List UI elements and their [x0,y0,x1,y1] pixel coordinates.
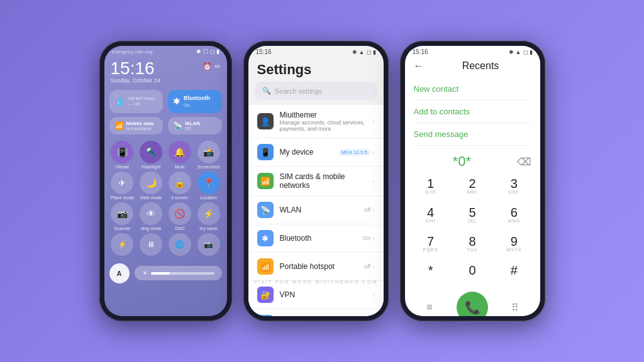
phone1-card-mobile[interactable]: 📶 Mobile data Not available [109,117,164,134]
bluetooth-icon: ✱ [257,230,274,246]
phone1-airplane[interactable]: ✈ Plane mode [109,172,136,200]
phone2-time: 15:16 [256,48,272,55]
vpn-icon: 🔐 [257,287,274,303]
phone1-scanner-label: Scanner [114,226,130,231]
phone1-reading-circle: 👁 [140,202,162,225]
phone2-search-placeholder: Search settings [275,87,323,95]
hotspot-icon: 📶 [257,258,274,275]
phone1-mute[interactable]: 🔔 Mute [167,141,193,169]
delete-button[interactable]: ⌫ [517,156,531,168]
dialpad-key-4[interactable]: 4 GHI [410,201,452,230]
phone1-dnd[interactable]: 🚫 DND [167,202,193,231]
dialpad-key-0[interactable]: 0 [452,259,493,288]
phone2-search-box[interactable]: 🔍 Search settings [255,82,377,100]
voicemail-button[interactable]: ≡ [417,295,442,316]
new-contact-option[interactable]: New contact [414,78,531,101]
phone1-card-data[interactable]: 💧 ord isn't inuse — MB [109,90,164,113]
dialpad-key-3[interactable]: 3 DEF [493,172,535,201]
hotspot-right: off › [364,263,374,270]
phone1-bottom-bar: A ☀ [104,260,227,287]
settings-item-vpn[interactable]: 🔐 VPN › [248,281,384,309]
phone1-extra2-circle: 🖥 [140,233,162,256]
phone2-screen: 15:16 ✱ ▲ ◻ ▮ Settings 🔍 Search settings… [248,46,384,316]
phone1-flashlight-circle: 🔦 [140,141,162,163]
phone1-wlan-icon: 📡 [173,121,182,130]
phone1-flashlight[interactable]: 🔦 Flashlight [138,141,164,169]
phone1-extra3[interactable]: 🌐 [167,233,193,257]
phone1-emergency: emergency calls only [112,50,153,54]
phone3-contact-options: New contact Add to contacts Send message [405,75,540,148]
phone1-scanner[interactable]: 📷 Scanner [109,202,136,231]
digit-2: 2 [469,177,475,190]
phone1-location[interactable]: 📍 Location [196,172,222,200]
hotspot-content: Portable hotspot [280,262,358,271]
phone3-dialpad-grid: 1 GJO 2 ABC 3 DEF 4 GHI 5 JKL [405,172,540,288]
phones-container: emergency calls only ✱ ☐ ◻ ▮ 15:16 Sunda… [99,41,545,321]
phone1-location-circle: 📍 [197,172,220,194]
send-message-option[interactable]: Send message [414,123,531,146]
bluetooth-title: Bluetooth [280,234,357,243]
phone3-header: ← Recents [405,57,540,75]
dialpad-key-7[interactable]: 7 PQRS [410,230,452,259]
dialpad-key-9[interactable]: 9 WXYZ [493,230,535,259]
settings-item-hotspot[interactable]: 📶 Portable hotspot off › [248,253,384,281]
dialpad-key-2[interactable]: 2 ABC [452,172,493,201]
phone1-brightness-slider[interactable]: ☀ [135,266,222,280]
phone1-home-button[interactable]: A [109,263,130,283]
miuithemer-chevron: › [372,118,374,125]
phone3-status-icons: ✱ ▲ ◻ ▮ [509,49,533,55]
sim-chevron: › [372,178,374,185]
phone3-dialpad-bottom: ≡ 📞 ⠿ [405,288,540,316]
phone1-extra3-circle: 🌐 [169,233,191,256]
bluetooth-status: On [363,235,370,241]
bluetooth-chevron: › [372,235,374,242]
dialpad-key-hash[interactable]: # [493,259,535,288]
phone1-date: Sunday, October 24 [111,77,160,84]
miuithemer-sub: Manage accounts, cloud services, payment… [280,119,367,132]
phone2-bt-icon: ✱ [352,49,357,55]
mydevice-chevron: › [372,149,374,156]
call-button[interactable]: 📞 [457,292,488,316]
bluetooth-content: Bluetooth [280,234,357,243]
dialpad-toggle-button[interactable]: ⠿ [502,295,528,316]
digit-5: 5 [469,206,475,219]
settings-item-miuithemer[interactable]: 👤 Miuithemer Manage accounts, cloud serv… [248,105,384,138]
dialpad-key-star[interactable]: * [410,259,452,288]
phone1-card-wlan[interactable]: 📡 WLAN Off [168,117,222,134]
back-button[interactable]: ← [414,60,424,72]
phone1-reading[interactable]: 👁 ding mode [138,202,164,231]
dialpad-key-1[interactable]: 1 GJO [410,172,452,201]
phone1-saver[interactable]: ⚡ ery saver [196,202,222,231]
phone1-screenshot[interactable]: 📸 Screenshot [196,141,222,169]
phone1-extra4[interactable]: 📷 [196,233,222,257]
phone1-card-bluetooth[interactable]: ✱ Bluetooth On [168,90,222,113]
settings-item-bluetooth[interactable]: ✱ Bluetooth On › [248,224,384,253]
digit-star: * [428,264,433,277]
letters-2: ABC [467,190,477,196]
phone1-vibrate[interactable]: 📳 Vibrate [109,141,136,169]
add-to-contacts-option[interactable]: Add to contacts [414,101,531,123]
settings-item-wlan[interactable]: 📡 WLAN off › [248,196,384,224]
phone1-extra1[interactable]: ⚡ [109,233,136,257]
digit-8: 8 [469,235,475,248]
phone1-mute-label: Mute [175,165,185,169]
phone1-grid-icons2: 📷 Scanner 👁 ding mode 🚫 DND ⚡ ery saver … [104,200,227,260]
dialpad-key-8[interactable]: 8 TUV [452,230,493,259]
phone1-vibrate-label: Vibrate [115,165,129,169]
letters-1: GJO [425,190,436,196]
settings-item-mydevice[interactable]: 📱 My device MIUI 12.5.5 › [248,138,384,167]
miuithemer-content: Miuithemer Manage accounts, cloud servic… [280,111,367,132]
settings-item-connection[interactable]: 🔗 Connection & sharing › [248,309,384,316]
phone2-watermark: VISIT FOR MORE MIUITHEMER.COM [248,279,384,285]
phone1-flashlight-label: Flashlight [142,165,160,169]
wlan-title: WLAN [280,206,358,214]
digit-hash: # [511,264,518,277]
phone1-brightness-icon: ☀ [142,270,148,277]
phone1-bluetooth-icon: ✱ [173,96,180,106]
dialpad-key-5[interactable]: 5 JKL [452,201,493,230]
phone1-darkmode[interactable]: 🌙 Dark mode [138,172,164,200]
phone1-lockscreen[interactable]: 🔒 k screen [167,172,193,200]
phone1-extra2[interactable]: 🖥 [138,233,164,257]
settings-item-sim[interactable]: 📶 SIM cards & mobile networks › [248,167,384,196]
dialpad-key-6[interactable]: 6 MNO [493,201,535,230]
